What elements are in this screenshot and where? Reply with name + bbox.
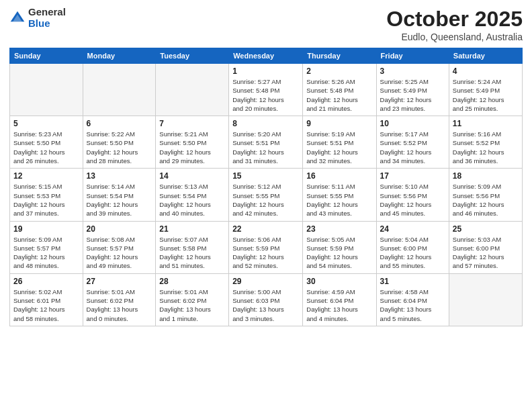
cell-date: 6 — [87, 119, 152, 128]
cell-info: Sunrise: 5:04 AM Sunset: 6:00 PM Dayligh… — [380, 235, 445, 271]
calendar-cell: 23Sunrise: 5:05 AM Sunset: 5:59 PM Dayli… — [303, 221, 376, 273]
calendar-cell: 31Sunrise: 4:58 AM Sunset: 6:04 PM Dayli… — [376, 273, 449, 326]
cell-date: 18 — [453, 171, 519, 181]
cell-date: 16 — [306, 171, 372, 181]
logo-blue: Blue — [28, 17, 50, 29]
calendar-cell: 27Sunrise: 5:01 AM Sunset: 6:02 PM Dayli… — [83, 273, 156, 326]
cell-info: Sunrise: 5:16 AM Sunset: 5:52 PM Dayligh… — [453, 130, 519, 165]
cell-date: 5 — [13, 119, 79, 128]
cell-info: Sunrise: 5:17 AM Sunset: 5:52 PM Dayligh… — [380, 130, 445, 165]
cell-info: Sunrise: 5:11 AM Sunset: 5:55 PM Dayligh… — [306, 182, 372, 218]
calendar-cell: 10Sunrise: 5:17 AM Sunset: 5:52 PM Dayli… — [376, 116, 449, 169]
cell-date: 23 — [306, 224, 372, 234]
weekday-header-tuesday: Tuesday — [156, 48, 229, 64]
calendar-cell: 15Sunrise: 5:12 AM Sunset: 5:55 PM Dayli… — [229, 169, 303, 221]
cell-info: Sunrise: 5:21 AM Sunset: 5:50 PM Dayligh… — [159, 130, 225, 165]
calendar-cell: 30Sunrise: 4:59 AM Sunset: 6:04 PM Dayli… — [303, 273, 376, 326]
calendar-cell: 16Sunrise: 5:11 AM Sunset: 5:55 PM Dayli… — [303, 169, 376, 221]
cell-date: 24 — [380, 224, 445, 234]
title-block: October 2025 Eudlo, Queensland, Australi… — [386, 7, 523, 42]
calendar-cell — [83, 64, 156, 116]
cell-date: 9 — [306, 119, 372, 128]
cell-date: 3 — [380, 66, 445, 76]
calendar-cell: 8Sunrise: 5:20 AM Sunset: 5:51 PM Daylig… — [229, 116, 303, 169]
calendar-cell — [449, 273, 522, 326]
cell-date: 26 — [13, 277, 79, 286]
weekday-header-saturday: Saturday — [449, 48, 522, 64]
page: General Blue October 2025 Eudlo, Queensl… — [0, 0, 532, 411]
cell-info: Sunrise: 4:59 AM Sunset: 6:04 PM Dayligh… — [306, 287, 372, 323]
calendar-cell: 25Sunrise: 5:03 AM Sunset: 6:00 PM Dayli… — [449, 221, 522, 273]
cell-date: 12 — [13, 171, 79, 181]
cell-date: 27 — [87, 277, 152, 286]
calendar-cell: 12Sunrise: 5:15 AM Sunset: 5:53 PM Dayli… — [10, 169, 83, 221]
calendar-cell: 24Sunrise: 5:04 AM Sunset: 6:00 PM Dayli… — [376, 221, 449, 273]
calendar-cell: 11Sunrise: 5:16 AM Sunset: 5:52 PM Dayli… — [449, 116, 522, 169]
cell-info: Sunrise: 5:19 AM Sunset: 5:51 PM Dayligh… — [306, 130, 372, 165]
cell-date: 11 — [453, 119, 519, 128]
week-row-2: 5Sunrise: 5:23 AM Sunset: 5:50 PM Daylig… — [10, 116, 523, 169]
cell-info: Sunrise: 5:00 AM Sunset: 6:03 PM Dayligh… — [232, 287, 299, 323]
cell-info: Sunrise: 5:01 AM Sunset: 6:02 PM Dayligh… — [159, 287, 225, 323]
calendar-cell: 5Sunrise: 5:23 AM Sunset: 5:50 PM Daylig… — [10, 116, 83, 169]
calendar-cell: 29Sunrise: 5:00 AM Sunset: 6:03 PM Dayli… — [229, 273, 303, 326]
logo-icon — [9, 10, 26, 26]
calendar-cell: 20Sunrise: 5:08 AM Sunset: 5:57 PM Dayli… — [83, 221, 156, 273]
cell-info: Sunrise: 5:20 AM Sunset: 5:51 PM Dayligh… — [232, 130, 299, 165]
cell-date: 28 — [159, 277, 225, 286]
calendar-cell: 6Sunrise: 5:22 AM Sunset: 5:50 PM Daylig… — [83, 116, 156, 169]
logo: General Blue — [9, 7, 66, 29]
calendar-cell: 13Sunrise: 5:14 AM Sunset: 5:54 PM Dayli… — [83, 169, 156, 221]
calendar-cell: 18Sunrise: 5:09 AM Sunset: 5:56 PM Dayli… — [449, 169, 522, 221]
calendar-cell: 14Sunrise: 5:13 AM Sunset: 5:54 PM Dayli… — [156, 169, 229, 221]
cell-date: 22 — [232, 224, 299, 234]
cell-date: 13 — [87, 171, 152, 181]
cell-date: 8 — [232, 119, 299, 128]
cell-info: Sunrise: 5:05 AM Sunset: 5:59 PM Dayligh… — [306, 235, 372, 271]
cell-date: 2 — [306, 66, 372, 76]
week-row-4: 19Sunrise: 5:09 AM Sunset: 5:57 PM Dayli… — [10, 221, 523, 273]
calendar-cell: 22Sunrise: 5:06 AM Sunset: 5:59 PM Dayli… — [229, 221, 303, 273]
cell-date: 10 — [380, 119, 445, 128]
cell-info: Sunrise: 5:13 AM Sunset: 5:54 PM Dayligh… — [159, 182, 225, 218]
title-month: October 2025 — [386, 7, 523, 32]
cell-info: Sunrise: 5:09 AM Sunset: 5:56 PM Dayligh… — [453, 182, 519, 218]
cell-date: 30 — [306, 277, 372, 286]
weekday-header-friday: Friday — [376, 48, 449, 64]
logo-text: General Blue — [28, 7, 66, 29]
calendar-cell: 26Sunrise: 5:02 AM Sunset: 6:01 PM Dayli… — [10, 273, 83, 326]
cell-info: Sunrise: 5:23 AM Sunset: 5:50 PM Dayligh… — [13, 130, 79, 165]
week-row-3: 12Sunrise: 5:15 AM Sunset: 5:53 PM Dayli… — [10, 169, 523, 221]
logo-general: General — [28, 6, 66, 17]
calendar-cell: 7Sunrise: 5:21 AM Sunset: 5:50 PM Daylig… — [156, 116, 229, 169]
calendar-cell: 28Sunrise: 5:01 AM Sunset: 6:02 PM Dayli… — [156, 273, 229, 326]
cell-date: 15 — [232, 171, 299, 181]
calendar-cell — [10, 64, 83, 116]
weekday-header-thursday: Thursday — [303, 48, 376, 64]
cell-info: Sunrise: 5:08 AM Sunset: 5:57 PM Dayligh… — [87, 235, 152, 271]
cell-date: 19 — [13, 224, 79, 234]
calendar-cell: 17Sunrise: 5:10 AM Sunset: 5:56 PM Dayli… — [376, 169, 449, 221]
cell-date: 21 — [159, 224, 225, 234]
cell-info: Sunrise: 5:03 AM Sunset: 6:00 PM Dayligh… — [453, 235, 519, 271]
cell-info: Sunrise: 5:25 AM Sunset: 5:49 PM Dayligh… — [380, 77, 445, 113]
header: General Blue October 2025 Eudlo, Queensl… — [9, 7, 523, 42]
cell-date: 1 — [232, 66, 299, 76]
cell-info: Sunrise: 5:15 AM Sunset: 5:53 PM Dayligh… — [13, 182, 79, 218]
cell-info: Sunrise: 5:10 AM Sunset: 5:56 PM Dayligh… — [380, 182, 445, 218]
cell-date: 17 — [380, 171, 445, 181]
week-row-1: 1Sunrise: 5:27 AM Sunset: 5:48 PM Daylig… — [10, 64, 523, 116]
weekday-header-sunday: Sunday — [10, 48, 83, 64]
weekday-header-monday: Monday — [83, 48, 156, 64]
cell-info: Sunrise: 5:09 AM Sunset: 5:57 PM Dayligh… — [13, 235, 79, 271]
cell-date: 25 — [453, 224, 519, 234]
cell-info: Sunrise: 5:22 AM Sunset: 5:50 PM Dayligh… — [87, 130, 152, 165]
weekday-header-wednesday: Wednesday — [229, 48, 303, 64]
cell-date: 14 — [159, 171, 225, 181]
cell-info: Sunrise: 5:24 AM Sunset: 5:49 PM Dayligh… — [453, 77, 519, 113]
cell-info: Sunrise: 5:27 AM Sunset: 5:48 PM Dayligh… — [232, 77, 299, 113]
calendar-cell — [156, 64, 229, 116]
calendar-cell: 2Sunrise: 5:26 AM Sunset: 5:48 PM Daylig… — [303, 64, 376, 116]
calendar: SundayMondayTuesdayWednesdayThursdayFrid… — [9, 48, 523, 326]
cell-info: Sunrise: 5:02 AM Sunset: 6:01 PM Dayligh… — [13, 287, 79, 323]
